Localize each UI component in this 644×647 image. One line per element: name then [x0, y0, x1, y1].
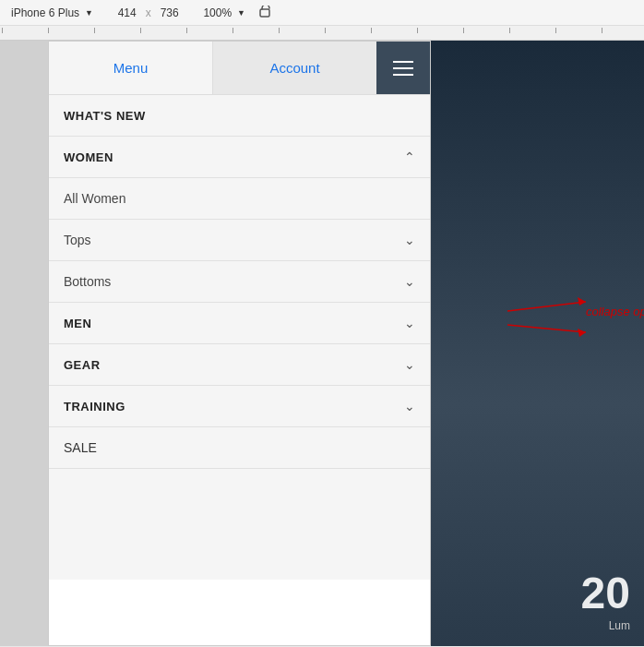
tab-menu-label: Menu — [113, 60, 149, 76]
tab-menu[interactable]: Menu — [49, 42, 213, 94]
hamburger-line-2 — [393, 67, 413, 69]
annotation-collapse: collapse option — [507, 297, 618, 348]
nav-item-tops-label: Tops — [64, 233, 91, 247]
hamburger-line-3 — [393, 74, 413, 76]
viewport-height: 736 — [161, 6, 179, 19]
nav-item-women[interactable]: WOMEN ⌃ — [49, 137, 430, 178]
nav-item-bottoms[interactable]: Bottoms ⌄ — [49, 261, 430, 303]
hamburger-button[interactable] — [376, 42, 430, 94]
svg-marker-2 — [578, 297, 586, 306]
nav-item-men-label: MEN — [64, 317, 91, 330]
hamburger-line-1 — [393, 61, 413, 63]
nav-item-bottoms-label: Bottoms — [64, 274, 111, 289]
tabs-header: Menu Account — [49, 42, 430, 95]
zoom-dropdown-arrow[interactable]: ▼ — [237, 8, 245, 18]
chevron-down-gear-icon: ⌄ — [404, 357, 415, 372]
nav-item-gear[interactable]: GEAR ⌄ — [49, 344, 430, 386]
chevron-down-bottoms-icon: ⌄ — [404, 274, 415, 289]
chevron-down-tops-icon: ⌄ — [404, 233, 415, 247]
nav-item-women-label: WOMEN — [64, 150, 113, 164]
nav-item-all-women[interactable]: All Women — [49, 178, 430, 220]
x-separator: x — [146, 6, 151, 19]
tab-account-label: Account — [269, 60, 319, 76]
nav-item-all-women-label: All Women — [64, 191, 125, 206]
ruler — [0, 26, 644, 41]
nav-item-training-label: TRAINING — [64, 400, 125, 413]
nav-item-whats-new-label: WHAT'S NEW — [64, 109, 146, 123]
device-dropdown-arrow[interactable]: ▼ — [85, 8, 93, 18]
canvas-area: 20 Lum Menu Account WHAT'S — [0, 41, 644, 646]
rotate-icon[interactable] — [258, 6, 273, 20]
device-name: iPhone 6 Plus — [11, 6, 79, 19]
bg-number: 20 — [581, 568, 630, 618]
chevron-down-training-icon: ⌄ — [404, 399, 415, 413]
hamburger-icon — [393, 61, 413, 76]
nav-item-men[interactable]: MEN ⌄ — [49, 303, 430, 344]
zoom-level: 100% — [203, 6, 232, 19]
viewport-width: 414 — [118, 6, 137, 19]
nav-item-whats-new[interactable]: WHAT'S NEW — [49, 95, 430, 137]
bg-text: Lum — [609, 619, 630, 632]
mobile-frame: Menu Account WHAT'S NEW WOMEN — [48, 41, 431, 646]
svg-rect-0 — [260, 9, 269, 17]
nav-empty-area — [49, 469, 430, 580]
svg-line-1 — [507, 302, 586, 311]
nav-item-training[interactable]: TRAINING ⌄ — [49, 386, 430, 427]
chevron-up-icon: ⌃ — [404, 150, 415, 164]
annotation-text: collapse option — [586, 305, 644, 318]
svg-line-3 — [507, 325, 586, 332]
nav-list: WHAT'S NEW WOMEN ⌃ All Women Tops ⌄ Bott… — [49, 95, 430, 469]
nav-item-sale-label: SALE — [64, 440, 97, 455]
tab-account[interactable]: Account — [213, 42, 376, 94]
toolbar-separator2 — [188, 6, 195, 19]
nav-item-gear-label: GEAR — [64, 358, 101, 372]
svg-marker-4 — [578, 329, 586, 337]
toolbar: iPhone 6 Plus ▼ 414 x 736 100% ▼ — [0, 0, 644, 26]
nav-item-tops[interactable]: Tops ⌄ — [49, 220, 430, 261]
chevron-down-men-icon: ⌄ — [404, 316, 415, 330]
nav-item-sale[interactable]: SALE — [49, 427, 430, 469]
toolbar-separator — [102, 6, 109, 19]
